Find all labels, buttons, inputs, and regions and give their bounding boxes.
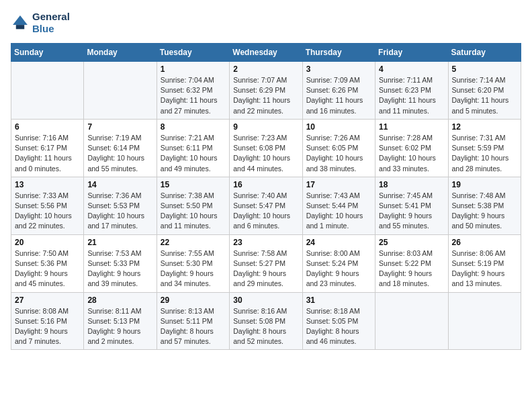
day-cell: 7Sunrise: 7:19 AMSunset: 6:14 PMDaylight… [84, 119, 157, 177]
weekday-header-row: SundayMondayTuesdayWednesdayThursdayFrid… [11, 44, 521, 62]
day-number: 15 [161, 180, 226, 189]
day-cell: 10Sunrise: 7:26 AMSunset: 6:05 PMDayligh… [302, 119, 375, 177]
day-info: Sunrise: 7:04 AMSunset: 6:32 PMDaylight:… [161, 75, 226, 116]
day-info: Sunrise: 8:16 AMSunset: 5:08 PMDaylight:… [233, 306, 298, 347]
weekday-sunday: Sunday [11, 44, 84, 62]
day-number: 24 [306, 238, 371, 247]
weekday-tuesday: Tuesday [157, 44, 229, 62]
day-cell: 8Sunrise: 7:21 AMSunset: 6:11 PMDaylight… [157, 119, 229, 177]
day-info: Sunrise: 7:16 AMSunset: 6:17 PMDaylight:… [15, 133, 80, 174]
day-number: 7 [87, 122, 152, 132]
day-info: Sunrise: 7:19 AMSunset: 6:14 PMDaylight:… [87, 133, 152, 174]
day-cell [375, 292, 448, 350]
day-info: Sunrise: 7:36 AMSunset: 5:53 PMDaylight:… [87, 191, 152, 232]
day-cell: 2Sunrise: 7:07 AMSunset: 6:29 PMDaylight… [230, 62, 302, 120]
day-cell: 16Sunrise: 7:40 AMSunset: 5:47 PMDayligh… [230, 177, 302, 234]
day-cell [448, 292, 521, 350]
day-info: Sunrise: 7:11 AMSunset: 6:23 PMDaylight:… [379, 75, 444, 116]
day-info: Sunrise: 8:11 AMSunset: 5:13 PMDaylight:… [87, 306, 152, 347]
logo-icon [11, 13, 30, 32]
day-info: Sunrise: 7:45 AMSunset: 5:41 PMDaylight:… [379, 191, 444, 232]
page-header: General Blue [11, 11, 521, 35]
day-info: Sunrise: 8:13 AMSunset: 5:11 PMDaylight:… [161, 306, 226, 347]
day-cell: 12Sunrise: 7:31 AMSunset: 5:59 PMDayligh… [448, 119, 521, 177]
day-info: Sunrise: 7:50 AMSunset: 5:36 PMDaylight:… [15, 248, 80, 289]
weekday-monday: Monday [84, 44, 157, 62]
day-cell: 23Sunrise: 7:58 AMSunset: 5:27 PMDayligh… [230, 234, 302, 292]
day-info: Sunrise: 8:06 AMSunset: 5:19 PMDaylight:… [452, 248, 517, 289]
day-info: Sunrise: 7:38 AMSunset: 5:50 PMDaylight:… [161, 191, 226, 232]
day-info: Sunrise: 8:08 AMSunset: 5:16 PMDaylight:… [15, 306, 80, 347]
calendar-table: SundayMondayTuesdayWednesdayThursdayFrid… [11, 43, 521, 350]
logo-text: General Blue [32, 11, 70, 35]
day-cell: 25Sunrise: 8:03 AMSunset: 5:22 PMDayligh… [375, 234, 448, 292]
day-info: Sunrise: 7:48 AMSunset: 5:38 PMDaylight:… [452, 191, 517, 232]
day-number: 9 [233, 122, 298, 132]
day-info: Sunrise: 7:31 AMSunset: 5:59 PMDaylight:… [452, 133, 517, 174]
day-info: Sunrise: 7:23 AMSunset: 6:08 PMDaylight:… [233, 133, 298, 174]
week-row-3: 20Sunrise: 7:50 AMSunset: 5:36 PMDayligh… [11, 234, 521, 292]
day-number: 22 [161, 238, 226, 247]
day-cell: 27Sunrise: 8:08 AMSunset: 5:16 PMDayligh… [11, 292, 84, 350]
day-info: Sunrise: 8:03 AMSunset: 5:22 PMDaylight:… [379, 248, 444, 289]
day-info: Sunrise: 8:18 AMSunset: 5:05 PMDaylight:… [306, 306, 371, 347]
day-cell: 22Sunrise: 7:55 AMSunset: 5:30 PMDayligh… [157, 234, 229, 292]
day-number: 10 [306, 122, 371, 132]
weekday-thursday: Thursday [302, 44, 375, 62]
day-cell: 4Sunrise: 7:11 AMSunset: 6:23 PMDaylight… [375, 62, 448, 120]
day-number: 14 [87, 180, 152, 189]
day-number: 5 [452, 64, 517, 74]
day-cell: 24Sunrise: 8:00 AMSunset: 5:24 PMDayligh… [302, 234, 375, 292]
day-number: 3 [306, 64, 371, 74]
day-number: 28 [87, 295, 152, 305]
weekday-wednesday: Wednesday [230, 44, 302, 62]
day-number: 30 [233, 295, 298, 305]
day-number: 21 [87, 238, 152, 247]
day-number: 20 [15, 238, 80, 247]
day-info: Sunrise: 7:07 AMSunset: 6:29 PMDaylight:… [233, 75, 298, 116]
day-info: Sunrise: 7:53 AMSunset: 5:33 PMDaylight:… [87, 248, 152, 289]
week-row-1: 6Sunrise: 7:16 AMSunset: 6:17 PMDaylight… [11, 119, 521, 177]
day-cell: 31Sunrise: 8:18 AMSunset: 5:05 PMDayligh… [302, 292, 375, 350]
day-cell: 15Sunrise: 7:38 AMSunset: 5:50 PMDayligh… [157, 177, 229, 234]
day-number: 11 [379, 122, 444, 132]
week-row-0: 1Sunrise: 7:04 AMSunset: 6:32 PMDaylight… [11, 62, 521, 120]
day-number: 23 [233, 238, 298, 247]
day-info: Sunrise: 8:00 AMSunset: 5:24 PMDaylight:… [306, 248, 371, 289]
day-number: 6 [15, 122, 80, 132]
weekday-friday: Friday [375, 44, 448, 62]
day-cell: 3Sunrise: 7:09 AMSunset: 6:26 PMDaylight… [302, 62, 375, 120]
day-cell: 30Sunrise: 8:16 AMSunset: 5:08 PMDayligh… [230, 292, 302, 350]
day-cell: 20Sunrise: 7:50 AMSunset: 5:36 PMDayligh… [11, 234, 84, 292]
day-number: 12 [452, 122, 517, 132]
day-info: Sunrise: 7:40 AMSunset: 5:47 PMDaylight:… [233, 191, 298, 232]
day-cell: 28Sunrise: 8:11 AMSunset: 5:13 PMDayligh… [84, 292, 157, 350]
day-number: 18 [379, 180, 444, 189]
day-cell: 21Sunrise: 7:53 AMSunset: 5:33 PMDayligh… [84, 234, 157, 292]
day-cell: 29Sunrise: 8:13 AMSunset: 5:11 PMDayligh… [157, 292, 229, 350]
day-info: Sunrise: 7:55 AMSunset: 5:30 PMDaylight:… [161, 248, 226, 289]
day-info: Sunrise: 7:58 AMSunset: 5:27 PMDaylight:… [233, 248, 298, 289]
day-info: Sunrise: 7:09 AMSunset: 6:26 PMDaylight:… [306, 75, 371, 116]
day-number: 17 [306, 180, 371, 189]
day-cell: 5Sunrise: 7:14 AMSunset: 6:20 PMDaylight… [448, 62, 521, 120]
day-info: Sunrise: 7:28 AMSunset: 6:02 PMDaylight:… [379, 133, 444, 174]
day-number: 29 [161, 295, 226, 305]
day-number: 19 [452, 180, 517, 189]
day-cell: 14Sunrise: 7:36 AMSunset: 5:53 PMDayligh… [84, 177, 157, 234]
day-number: 4 [379, 64, 444, 74]
day-cell: 11Sunrise: 7:28 AMSunset: 6:02 PMDayligh… [375, 119, 448, 177]
day-number: 2 [233, 64, 298, 74]
week-row-4: 27Sunrise: 8:08 AMSunset: 5:16 PMDayligh… [11, 292, 521, 350]
day-number: 27 [15, 295, 80, 305]
day-cell: 17Sunrise: 7:43 AMSunset: 5:44 PMDayligh… [302, 177, 375, 234]
day-info: Sunrise: 7:43 AMSunset: 5:44 PMDaylight:… [306, 191, 371, 232]
day-cell: 19Sunrise: 7:48 AMSunset: 5:38 PMDayligh… [448, 177, 521, 234]
svg-marker-0 [13, 15, 28, 25]
day-number: 25 [379, 238, 444, 247]
day-number: 8 [161, 122, 226, 132]
day-cell: 18Sunrise: 7:45 AMSunset: 5:41 PMDayligh… [375, 177, 448, 234]
day-cell [84, 62, 157, 120]
day-cell: 6Sunrise: 7:16 AMSunset: 6:17 PMDaylight… [11, 119, 84, 177]
day-number: 1 [161, 64, 226, 74]
